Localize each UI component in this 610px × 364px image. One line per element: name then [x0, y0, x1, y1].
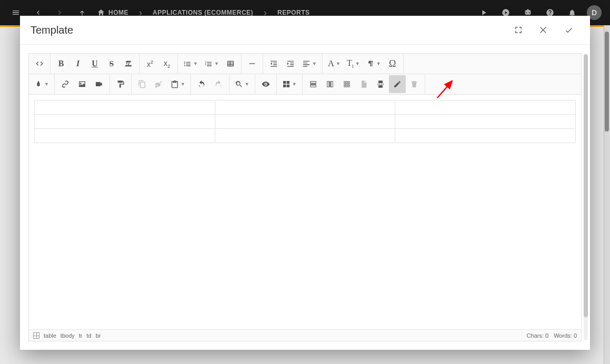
- status-crumb[interactable]: br: [96, 332, 101, 339]
- status-crumb[interactable]: table: [44, 332, 56, 339]
- table-cell[interactable]: [35, 100, 215, 115]
- strike-label: S: [109, 59, 114, 68]
- superscript-button[interactable]: x2: [142, 55, 158, 73]
- editor-statusbar: table tbody tr td br Chars: 0 Words: 0: [29, 329, 581, 341]
- underline-button[interactable]: U: [86, 55, 103, 73]
- chars-counter: Chars: 0: [527, 332, 549, 339]
- content-table[interactable]: [34, 100, 576, 143]
- image-button[interactable]: [74, 75, 91, 93]
- link-button[interactable]: [57, 75, 74, 93]
- template-modal: Template B I U S: [20, 16, 590, 350]
- words-counter: Words: 0: [554, 332, 577, 339]
- undo-button[interactable]: [193, 75, 210, 93]
- clear-format-button[interactable]: [120, 55, 137, 73]
- redo-button: [210, 75, 227, 93]
- table-cell[interactable]: [215, 115, 395, 129]
- status-crumb[interactable]: td: [87, 332, 92, 339]
- horizontal-rule-button[interactable]: [244, 55, 261, 73]
- table-button[interactable]: [222, 55, 239, 73]
- editor-toolbar-row1: B I U S x2 x2 ▼ ▼: [29, 54, 581, 74]
- preview-button[interactable]: [257, 75, 274, 93]
- modal-scroll-thumb[interactable]: [584, 54, 588, 317]
- chevron-down-icon: ▼: [312, 61, 317, 66]
- italic-button[interactable]: I: [69, 55, 86, 73]
- strikethrough-button[interactable]: S: [103, 55, 120, 73]
- chevron-down-icon: ▼: [214, 61, 219, 66]
- table-cell[interactable]: [395, 129, 576, 143]
- chevron-down-icon: ▼: [292, 82, 297, 87]
- modal-title: Template: [31, 24, 504, 36]
- subscript-button[interactable]: x2: [158, 55, 175, 73]
- ordered-list-button[interactable]: ▼: [201, 55, 222, 73]
- insert-row-button[interactable]: [305, 75, 322, 93]
- table-cell[interactable]: [395, 100, 576, 115]
- rich-text-editor: B I U S x2 x2 ▼ ▼: [28, 53, 582, 341]
- highlight-button[interactable]: ▼: [31, 75, 52, 93]
- status-crumb[interactable]: tr: [79, 332, 83, 339]
- paragraph-format-button[interactable]: ▼: [363, 55, 384, 73]
- table-cell[interactable]: [215, 129, 395, 143]
- chevron-down-icon: ▼: [355, 61, 360, 66]
- bold-button[interactable]: B: [53, 55, 69, 73]
- table-cell[interactable]: [35, 129, 215, 143]
- chevron-down-icon: ▼: [193, 61, 198, 66]
- table-row[interactable]: [35, 115, 576, 129]
- blocks-button[interactable]: ▼: [279, 75, 300, 93]
- status-crumb[interactable]: tbody: [61, 332, 75, 339]
- font-a-label: A: [328, 58, 334, 69]
- format-painter-button[interactable]: [112, 75, 129, 93]
- chevron-down-icon: ▼: [336, 61, 341, 66]
- underline-label: U: [92, 59, 98, 68]
- copy-button: [134, 75, 151, 93]
- table-row[interactable]: [35, 129, 576, 143]
- align-button[interactable]: ▼: [299, 55, 320, 73]
- chevron-down-icon: ▼: [181, 82, 185, 87]
- table-row[interactable]: [35, 100, 576, 115]
- fullscreen-button[interactable]: [508, 19, 529, 41]
- chevron-down-icon: ▼: [245, 82, 249, 87]
- close-button[interactable]: [533, 19, 554, 41]
- cut-button: [151, 75, 167, 93]
- delete-button: [406, 75, 423, 93]
- chevron-down-icon: ▼: [44, 82, 49, 87]
- confirm-button[interactable]: [558, 19, 579, 41]
- table-cell[interactable]: [35, 115, 215, 129]
- editor-content[interactable]: [29, 95, 581, 329]
- modal-scrollbar[interactable]: [584, 54, 588, 340]
- zoom-button[interactable]: ▼: [232, 75, 253, 93]
- omega-label: Ω: [389, 58, 396, 69]
- font-size-button[interactable]: TI▼: [344, 55, 363, 73]
- insert-col-button[interactable]: [322, 75, 338, 93]
- html-source-button[interactable]: [31, 55, 48, 73]
- font-color-button[interactable]: A▼: [325, 55, 344, 73]
- grid-button[interactable]: [338, 75, 355, 93]
- page-button: [355, 75, 372, 93]
- unordered-list-button[interactable]: ▼: [180, 55, 201, 73]
- editor-toolbar-row2: ▼ ▼: [29, 74, 581, 95]
- table-cell[interactable]: [215, 100, 395, 115]
- paste-button[interactable]: ▼: [167, 75, 188, 93]
- outdent-button[interactable]: [265, 55, 282, 73]
- grid-icon[interactable]: [33, 332, 39, 339]
- italic-label: I: [76, 59, 79, 68]
- video-button[interactable]: [91, 75, 107, 93]
- indent-button[interactable]: [282, 55, 299, 73]
- chevron-down-icon: ▼: [376, 61, 381, 66]
- bold-label: B: [58, 59, 64, 68]
- page-break-button[interactable]: [372, 75, 389, 93]
- special-char-button[interactable]: Ω: [384, 55, 401, 73]
- edit-button[interactable]: [389, 75, 406, 93]
- table-cell[interactable]: [395, 115, 576, 129]
